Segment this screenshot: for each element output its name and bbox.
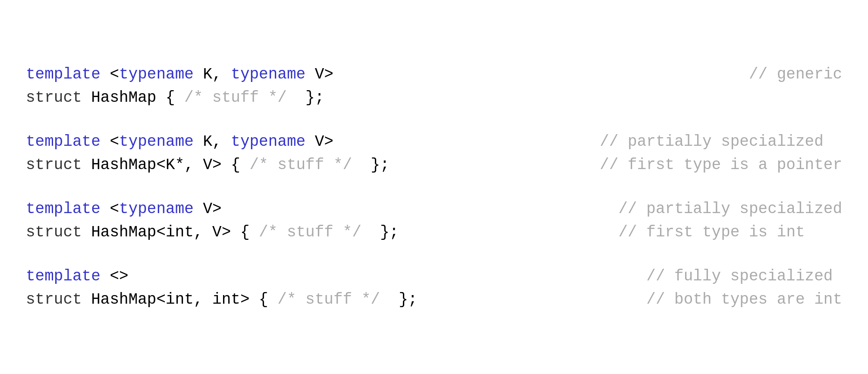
- comment-line: // generic: [749, 63, 842, 86]
- comment-line: // fully specialized: [646, 265, 842, 288]
- comment-line: // first type is int: [619, 221, 842, 244]
- comments-partially-specialized-pointer: // partially specialized// first type is…: [574, 130, 842, 177]
- comments-generic: // generic: [723, 63, 842, 86]
- code-block-generic: template <typename K, typename V>struct …: [26, 63, 842, 110]
- code-line: struct HashMap<K*, V> { /* stuff */ };: [26, 154, 390, 177]
- code-line: struct HashMap<int, V> { /* stuff */ };: [26, 221, 399, 244]
- code-container: template <typename K, typename V>struct …: [26, 63, 842, 311]
- code-line: struct HashMap { /* stuff */ };: [26, 86, 333, 110]
- comments-partially-specialized-int: // partially specialized// first type is…: [593, 198, 842, 244]
- code-block-fully-specialized: template <>struct HashMap<int, int> { /*…: [26, 265, 842, 311]
- comment-line: // partially specialized: [619, 198, 842, 221]
- code-block-partially-specialized-pointer: template <typename K, typename V>struct …: [26, 130, 842, 177]
- code-line: struct HashMap<int, int> { /* stuff */ }…: [26, 288, 417, 311]
- code-line: template <typename K, typename V>: [26, 63, 333, 86]
- code-lines-generic: template <typename K, typename V>struct …: [26, 63, 333, 110]
- code-line: template <typename V>: [26, 198, 399, 221]
- comment-line: // partially specialized: [600, 130, 842, 154]
- code-lines-partially-specialized-pointer: template <typename K, typename V>struct …: [26, 130, 390, 177]
- code-line: template <typename K, typename V>: [26, 130, 390, 154]
- code-lines-partially-specialized-int: template <typename V>struct HashMap<int,…: [26, 198, 399, 244]
- code-block-partially-specialized-int: template <typename V>struct HashMap<int,…: [26, 198, 842, 244]
- code-lines-fully-specialized: template <>struct HashMap<int, int> { /*…: [26, 265, 417, 311]
- comment-line: // both types are int: [646, 288, 842, 311]
- comment-line: // first type is a pointer: [600, 154, 842, 177]
- code-line: template <>: [26, 265, 417, 288]
- comments-fully-specialized: // fully specialized// both types are in…: [620, 265, 842, 311]
